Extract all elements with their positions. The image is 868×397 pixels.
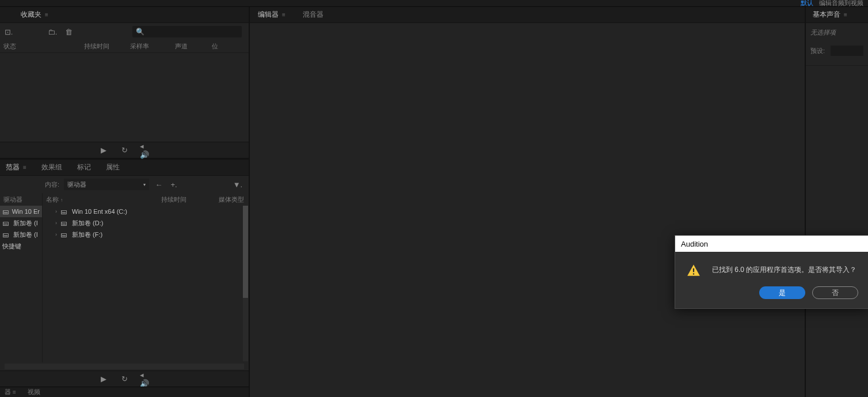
col-bit[interactable]: 位	[208, 42, 222, 51]
favorites-body	[0, 53, 249, 142]
drive-tree-item[interactable]: 🖴 Win 10 Er	[0, 206, 42, 217]
tab-browser-label: 范器	[6, 162, 20, 172]
dialog-title: Audition	[675, 236, 868, 252]
add-icon[interactable]: +.	[169, 179, 179, 190]
drive-icon: 🖴	[2, 208, 9, 215]
bottom-item[interactable]: 器 ≡	[5, 388, 16, 396]
drive-icon: 🖴	[60, 231, 68, 238]
back-arrow-icon[interactable]: ←	[154, 179, 164, 190]
favorites-toolbar: ⊡. 🗀. 🗑 🔍	[0, 23, 249, 40]
trash-icon[interactable]: 🗑	[63, 27, 74, 37]
expand-arrow-icon[interactable]: ›	[55, 232, 57, 237]
svg-rect-1	[693, 273, 694, 274]
col-status[interactable]: 状态	[0, 42, 81, 51]
dialog-buttons: 是 否	[675, 286, 868, 308]
no-button[interactable]: 否	[812, 286, 858, 299]
col-channel[interactable]: 声道	[172, 42, 208, 51]
expand-arrow-icon[interactable]: ›	[55, 220, 57, 226]
vertical-scrollbar[interactable]	[243, 206, 248, 361]
favorites-transport: ▶ ↻ ◂🔊	[0, 142, 249, 158]
search-input[interactable]: 🔍	[132, 26, 242, 37]
expand-arrow-icon[interactable]: ›	[55, 209, 57, 214]
folder-icon[interactable]: 🗀.	[47, 27, 58, 37]
play-icon[interactable]: ▶	[98, 145, 109, 156]
favorites-columns-header: 状态 持续时间 采样率 声道 位	[0, 40, 249, 53]
essential-sound-tabs: 基本声音 ≡	[806, 7, 868, 23]
col-duration[interactable]: 持续时间	[161, 195, 219, 204]
no-selection-text: 无选择项	[806, 23, 868, 41]
tab-favorites-label: 收藏夹	[21, 10, 41, 20]
col-name[interactable]: 名称 ↑	[46, 195, 161, 204]
filter-icon[interactable]: ▼.	[233, 179, 243, 190]
drive-icon: 🖴	[2, 220, 10, 226]
drive-tree-item[interactable]: 🖴 新加卷 (I	[0, 217, 42, 229]
tab-markers[interactable]: 标记	[75, 159, 93, 176]
preset-row: 预设:	[806, 41, 868, 60]
drive-tree-item-label: 新加卷 (I	[13, 219, 38, 228]
warning-icon	[686, 263, 702, 278]
drive-tree-header[interactable]: 驱动器	[0, 193, 42, 206]
content-dropdown[interactable]: 驱动器 ▾	[64, 179, 149, 190]
favorites-panel: 收藏夹 ≡ ⊡. 🗀. 🗑 🔍 状态 持续时间 采样率 声道 位	[0, 7, 249, 158]
list-item[interactable]: › 🖴 Win 10 Ent x64 (C:)	[43, 206, 249, 217]
favorites-tabs: 收藏夹 ≡	[0, 7, 249, 23]
yes-button[interactable]: 是	[759, 286, 805, 299]
panel-menu-icon[interactable]: ≡	[282, 12, 285, 18]
preset-dropdown[interactable]	[831, 46, 863, 56]
col-mediatype[interactable]: 媒体类型	[219, 195, 244, 204]
browser-tabs: 范器 ≡ 效果组 标记 属性	[0, 160, 249, 176]
col-duration[interactable]: 持续时间	[81, 42, 127, 51]
bottom-item[interactable]: 视频	[28, 388, 40, 396]
col-samplerate[interactable]: 采样率	[127, 42, 172, 51]
svg-rect-0	[693, 269, 694, 273]
bottom-strip: 器 ≡ 视频	[0, 387, 249, 397]
panel-menu-icon[interactable]: ≡	[45, 12, 48, 18]
center-column: 编辑器 ≡ 混音器 Audition 已找到 6.0 的应用程序首选项。是否将其…	[249, 7, 805, 397]
scrollbar-thumb[interactable]	[243, 206, 248, 298]
panel-menu-icon[interactable]: ≡	[844, 12, 847, 18]
drive-list-right: 名称 ↑ 持续时间 媒体类型 › 🖴 Win 10 Ent x64 (C:) ›	[43, 193, 249, 362]
tab-editor-label: 编辑器	[258, 10, 279, 20]
tab-mixer[interactable]: 混音器	[300, 6, 326, 23]
tab-essential-sound[interactable]: 基本声音 ≡	[810, 6, 850, 23]
drive-tree-item[interactable]: 🖴 新加卷 (I	[0, 229, 42, 240]
list-item[interactable]: › 🖴 新加卷 (D:)	[43, 217, 249, 229]
import-file-icon[interactable]: ⊡.	[3, 27, 14, 37]
browser-body: 驱动器 🖴 Win 10 Er 🖴 新加卷 (I 🖴 新加卷 (I 快捷	[0, 193, 249, 362]
list-item-label: 新加卷 (F:)	[72, 230, 102, 239]
tab-properties[interactable]: 属性	[104, 159, 122, 176]
essential-sound-panel: 基本声音 ≡ 无选择项 预设:	[806, 7, 868, 66]
drive-tree-item-label: Win 10 Er	[12, 208, 40, 215]
drive-icon: 🖴	[60, 220, 68, 226]
horizontal-scrollbar[interactable]	[5, 364, 244, 369]
loop-icon[interactable]: ↻	[119, 374, 130, 384]
loop-icon[interactable]: ↻	[119, 145, 130, 156]
preset-label: 预设:	[810, 47, 825, 55]
tab-editor[interactable]: 编辑器 ≡	[256, 6, 288, 23]
drive-tree-item-label: 新加卷 (I	[13, 230, 38, 239]
import-preferences-dialog: Audition 已找到 6.0 的应用程序首选项。是否将其导入？ 是 否	[675, 235, 868, 309]
list-item-label: 新加卷 (D:)	[72, 219, 103, 228]
search-icon: 🔍	[136, 28, 144, 36]
autoplay-icon[interactable]: ◂🔊	[140, 374, 150, 384]
drive-icon: 🖴	[2, 231, 10, 238]
drive-tree-item[interactable]: 快捷键	[0, 240, 42, 252]
top-toolbar: 默认 编辑音频到视频	[0, 0, 868, 7]
tab-effects[interactable]: 效果组	[39, 159, 64, 176]
browser-transport: ▶ ↻ ◂🔊	[0, 370, 249, 387]
drive-tree-item-label: 快捷键	[2, 242, 21, 251]
chevron-down-icon: ▾	[143, 182, 146, 187]
left-column: 收藏夹 ≡ ⊡. 🗀. 🗑 🔍 状态 持续时间 采样率 声道 位	[0, 7, 249, 397]
play-icon[interactable]: ▶	[98, 374, 109, 384]
dialog-message: 已找到 6.0 的应用程序首选项。是否将其导入？	[712, 263, 856, 275]
media-browser-panel: 范器 ≡ 效果组 标记 属性 内容: 驱动器 ▾ ← +. ▼.	[0, 160, 249, 397]
drive-icon: 🖴	[60, 208, 68, 215]
dropdown-value: 驱动器	[67, 180, 86, 189]
autoplay-icon[interactable]: ◂🔊	[140, 145, 150, 156]
content-label: 内容:	[45, 180, 59, 189]
dialog-body: 已找到 6.0 的应用程序首选项。是否将其导入？	[675, 252, 868, 286]
list-item[interactable]: › 🖴 新加卷 (F:)	[43, 229, 249, 240]
tab-browser[interactable]: 范器 ≡	[3, 159, 29, 176]
tab-favorites[interactable]: 收藏夹 ≡	[18, 6, 51, 23]
panel-menu-icon[interactable]: ≡	[23, 164, 26, 171]
